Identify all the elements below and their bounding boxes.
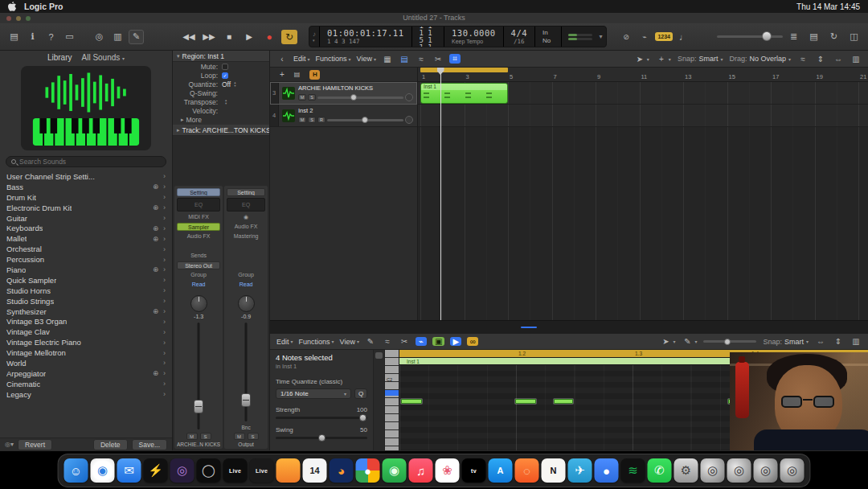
- flex-icon[interactable]: ⌗: [449, 54, 461, 64]
- apple-menu-icon[interactable]: [8, 2, 17, 11]
- toolbar-menu[interactable]: Functions▾: [316, 55, 351, 63]
- midi-in-icon[interactable]: ⌁: [416, 337, 427, 346]
- traffic-lights[interactable]: [6, 16, 31, 21]
- library-item[interactable]: Bass ⊕ ›: [0, 182, 172, 192]
- library-search[interactable]: [6, 156, 166, 167]
- library-item[interactable]: Legacy ⊕ ›: [0, 389, 172, 400]
- add-patch-icon[interactable]: ⊕: [153, 235, 158, 243]
- dock-mail[interactable]: ✉: [117, 458, 141, 483]
- stop-button[interactable]: ■: [221, 30, 237, 44]
- quantize-apply-button[interactable]: Q: [354, 388, 367, 399]
- transpose-stepper[interactable]: ▴▾: [225, 99, 227, 105]
- loop-checkbox[interactable]: ✓: [222, 72, 228, 79]
- quantize-param[interactable]: Quantize: Off ▴▾: [173, 80, 269, 88]
- dock-obs[interactable]: ◯: [197, 458, 221, 483]
- library-item[interactable]: Arpeggiator ⊕ ›: [0, 368, 172, 379]
- midi-note[interactable]: [515, 399, 536, 404]
- pointer-tool-menu[interactable]: ➤▾: [660, 337, 675, 346]
- dock-telegram[interactable]: ✈: [568, 458, 592, 483]
- volume-fader[interactable]: [177, 321, 220, 431]
- midi-out-icon[interactable]: ▣: [432, 337, 444, 346]
- scissors-tool-icon[interactable]: ✂: [399, 337, 410, 346]
- track-lanes[interactable]: Inst 1: [418, 82, 868, 320]
- brush-tool-icon[interactable]: ≈: [382, 337, 393, 346]
- play-button[interactable]: ▶: [241, 30, 257, 44]
- strength-slider-handle[interactable]: [359, 414, 366, 421]
- strip-mute-button[interactable]: M: [234, 433, 245, 440]
- vertical-zoom-icon[interactable]: ⇕: [815, 55, 826, 64]
- save-button[interactable]: Save...: [132, 439, 167, 450]
- smart-controls-icon[interactable]: ◎: [92, 30, 107, 44]
- dock-spotify[interactable]: ≋: [621, 458, 645, 483]
- dock-calendar[interactable]: 14: [303, 458, 327, 483]
- eq-thumbnail[interactable]: EQ: [177, 198, 220, 212]
- cycle-region[interactable]: [420, 68, 508, 72]
- region-inspector-header[interactable]: ▾Region: Inst 1: [173, 51, 269, 62]
- fader-handle[interactable]: [241, 393, 251, 407]
- lcd-mode-icon[interactable]: ♪▾: [309, 27, 320, 47]
- swing-slider-handle[interactable]: [318, 434, 326, 442]
- library-item[interactable]: Studio Horns ⊕ ›: [0, 286, 172, 296]
- window-titlebar[interactable]: Untitled 27 - Tracks: [0, 13, 868, 23]
- bounce-button[interactable]: Bnc: [241, 425, 250, 431]
- library-item[interactable]: Guitar ⊕ ›: [0, 213, 172, 224]
- bar-ruler[interactable]: 13579111315171921: [418, 68, 868, 82]
- link-icon[interactable]: ∞: [467, 337, 478, 346]
- lcd-time-signature[interactable]: 4/4: [511, 28, 527, 38]
- track-solo-button[interactable]: S: [308, 117, 316, 123]
- library-item[interactable]: Mallet ⊕ ›: [0, 233, 172, 244]
- drag-menu[interactable]: Drag:No Overlap▾: [729, 55, 791, 63]
- swing-value[interactable]: 50: [360, 426, 367, 434]
- library-item[interactable]: Studio Strings ⊕ ›: [0, 296, 172, 306]
- dock-apple-music[interactable]: ♫: [409, 458, 433, 483]
- dock-ableton-live-2[interactable]: Live: [250, 458, 274, 483]
- toolbar-menu[interactable]: Edit▾: [293, 55, 310, 63]
- metronome-button[interactable]: ♩: [676, 30, 691, 44]
- punch-icon[interactable]: ⊘: [618, 30, 633, 44]
- swing-slider[interactable]: [276, 437, 367, 439]
- midi-fx-slot[interactable]: MIDI FX: [177, 213, 220, 221]
- eq-thumbnail[interactable]: EQ: [227, 198, 265, 212]
- midi-region[interactable]: Inst 1: [420, 83, 508, 104]
- dock-app-store[interactable]: A: [489, 458, 513, 483]
- quantize-value[interactable]: Off: [222, 80, 231, 88]
- library-item[interactable]: Percussion ⊕ ›: [0, 254, 172, 265]
- dock-homepod[interactable]: ◌: [515, 458, 539, 483]
- library-item[interactable]: Vintage B3 Organ ⊕ ›: [0, 316, 172, 327]
- add-patch-icon[interactable]: ⊕: [153, 265, 158, 273]
- library-item[interactable]: Cinematic ⊕ ›: [0, 379, 172, 389]
- mute-param[interactable]: Mute:: [173, 62, 269, 71]
- editor-tab[interactable]: [561, 327, 577, 328]
- add-patch-icon[interactable]: ⊕: [153, 224, 158, 232]
- group-slot[interactable]: Group: [227, 271, 265, 279]
- pan-knob[interactable]: [238, 295, 255, 312]
- mute-checkbox[interactable]: [222, 64, 228, 70]
- delete-button[interactable]: Delete: [93, 439, 128, 450]
- editors-icon[interactable]: ✎: [129, 30, 144, 44]
- hide-tracks-button[interactable]: H: [309, 70, 320, 80]
- dock-plugin-1[interactable]: ◎: [701, 458, 725, 483]
- track-pan-knob[interactable]: [405, 93, 413, 101]
- track-mute-button[interactable]: M: [298, 94, 306, 101]
- close-window-icon[interactable]: [6, 16, 11, 21]
- dock-chrome[interactable]: ●: [356, 458, 380, 483]
- gain-readout[interactable]: -1.3: [194, 314, 203, 319]
- menu-clock[interactable]: Thu 14 Mar 14:45: [796, 2, 860, 11]
- track-pan-knob[interactable]: [405, 116, 413, 124]
- inspector-toggle-icon[interactable]: ℹ: [25, 30, 40, 44]
- strip-solo-button[interactable]: S: [200, 433, 211, 440]
- transpose-param[interactable]: Transpose: ▴▾: [173, 97, 269, 106]
- forward-button[interactable]: ▶▶: [201, 30, 217, 44]
- quantize-dropdown[interactable]: 1/16 Note▾: [276, 388, 351, 399]
- piano-keys[interactable]: C2: [385, 350, 399, 450]
- more-disclosure[interactable]: ▸More: [173, 115, 269, 125]
- add-patch-icon[interactable]: ⊕: [153, 203, 158, 212]
- search-input[interactable]: [19, 158, 161, 166]
- library-item[interactable]: Vintage Clav ⊕ ›: [0, 327, 172, 337]
- lcd-display[interactable]: ♪▾ 01:00:01:17.11 1 4 3 147 1 1 1 1 5 1 …: [309, 26, 607, 47]
- catch-playhead-icon[interactable]: ▶: [450, 337, 461, 346]
- horizontal-zoom-icon[interactable]: ⇔: [815, 337, 826, 346]
- track-solo-button[interactable]: S: [308, 94, 316, 101]
- pointer-tool-menu[interactable]: ➤▾: [634, 55, 649, 64]
- dock-plugin-4[interactable]: ◎: [780, 458, 805, 483]
